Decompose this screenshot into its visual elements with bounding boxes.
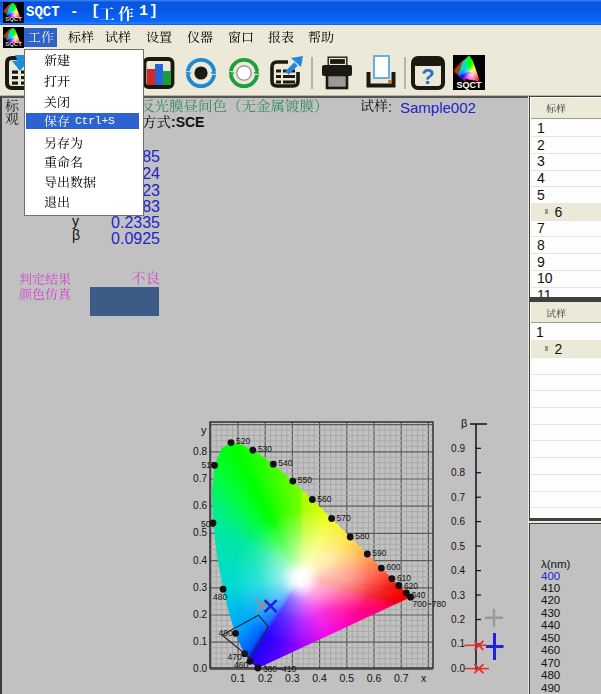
svg-text:0.6: 0.6 xyxy=(451,516,465,527)
svg-text:0.2: 0.2 xyxy=(451,614,465,625)
svg-text:0.5: 0.5 xyxy=(451,541,465,552)
svg-text:0.7: 0.7 xyxy=(451,492,465,503)
svg-text:0.8: 0.8 xyxy=(451,467,465,478)
svg-text:β: β xyxy=(461,417,467,429)
svg-text:0.3: 0.3 xyxy=(451,590,465,601)
svg-text:0.4: 0.4 xyxy=(451,565,465,576)
svg-text:0.9: 0.9 xyxy=(451,443,465,454)
svg-text:0.1: 0.1 xyxy=(451,638,465,649)
svg-text:0.0: 0.0 xyxy=(451,663,465,674)
